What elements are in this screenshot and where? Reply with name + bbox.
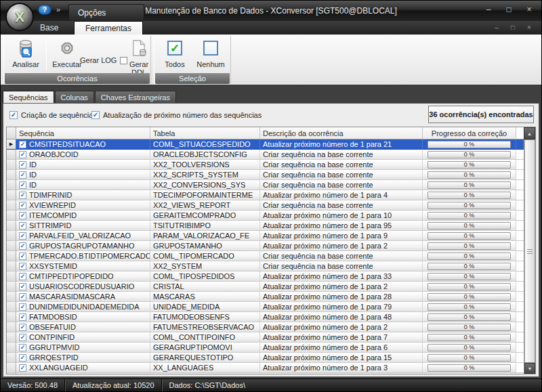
table-row[interactable]: ✓ ORAOBJCOID ORACLEOBJECTSCONFIG Criar s… [7, 150, 524, 160]
atualizacao-checkbox[interactable]: ✓ [91, 111, 100, 119]
scrollbar-thumb[interactable] [524, 139, 535, 363]
tabela-cell[interactable]: GRUPOSTAMANHO [150, 241, 260, 251]
minimize-button[interactable]: – [483, 5, 494, 14]
sequencia-cell[interactable]: ✓ XVIEWSCRID [16, 373, 150, 374]
tabela-cell[interactable]: XX2_CONVERSIONS_SYS [150, 180, 260, 190]
column-header-tabela[interactable]: Tabela [150, 127, 260, 139]
row-selector-cell[interactable] [7, 282, 16, 292]
row-selector-cell[interactable] [7, 302, 16, 312]
descricao-cell[interactable]: Criar sequência na base corrente [260, 373, 423, 374]
sequencia-cell[interactable]: ✓ MASCARASIDMASCARA [16, 292, 150, 302]
occurrences-found-button[interactable]: 36 ocorrência(s) encontradas [428, 106, 534, 123]
sequencia-cell[interactable]: ✓ GRRQESTPID [16, 353, 150, 363]
tabela-cell[interactable]: GERAGRUPTIPOMOVI [150, 343, 260, 353]
sequencia-cell[interactable]: ✓ ID [16, 170, 150, 180]
ribbon-tab[interactable]: Base [29, 21, 69, 35]
descricao-cell[interactable]: Atualizar próximo número de 1 para 2 [260, 241, 423, 251]
descricao-cell[interactable]: Atualizar próximo número de 1 para 10 [260, 211, 423, 221]
tabela-cell[interactable]: XX2_TOOLVERSIONS [150, 160, 260, 170]
tabela-cell[interactable]: XX2_SCRIPTS_SYSTEM [150, 170, 260, 180]
sequencia-cell[interactable]: ✓ DUNIDMEDIDUNIDADEMEDIDA [16, 302, 150, 312]
table-row[interactable]: ✓ TDIMFRINID TDECIMPOFORMAINTERME Atuali… [7, 190, 524, 200]
descricao-cell[interactable]: Atualizar próximo número de 1 para 9 [260, 231, 423, 241]
table-row[interactable]: ✓ XXSYSTEMID XX2_SYSTEM Criar sequência … [7, 261, 524, 271]
descricao-cell[interactable]: Atualizar próximo número de 1 para 7 [260, 332, 423, 343]
tabela-cell[interactable]: GERAITEMCOMPRADO [150, 211, 260, 221]
row-selector-cell[interactable] [7, 241, 16, 251]
row-checkbox[interactable]: ✓ [19, 334, 26, 341]
column-header-sequencia[interactable]: Sequência [16, 127, 150, 139]
tabela-cell[interactable]: UNIDADE_MEDIDA [150, 302, 260, 312]
descricao-cell[interactable]: Atualizar próximo número de 1 para 48 [260, 312, 423, 322]
tabela-cell[interactable]: COML_CONTTIPOINFO [150, 332, 260, 343]
tabela-cell[interactable]: COML_SITUACOESPEDIDO [150, 139, 260, 150]
row-checkbox[interactable]: ✓ [19, 141, 26, 148]
descricao-cell[interactable]: Atualizar próximo número de 1 para 4 [260, 190, 423, 200]
table-row[interactable]: ✓ ITEMCOMPID GERAITEMCOMPRADO Atualizar … [7, 211, 524, 221]
row-checkbox[interactable]: ✓ [19, 192, 26, 199]
descricao-cell[interactable]: Criar sequência na base corrente [260, 200, 423, 211]
descricao-cell[interactable]: Atualizar próximo número de 1 para 33 [260, 271, 423, 282]
table-row[interactable]: ✓ XVIEWREPID XX2_VIEWS_REPORT Criar sequ… [7, 200, 524, 211]
table-row[interactable]: ✓ XXLANGUAGEID XX_LANGUAGES Atualizar pr… [7, 363, 524, 373]
sequencia-cell[interactable]: ✓ GGRUTPMVID [16, 343, 150, 353]
menu-opcoes[interactable]: Opções [68, 4, 144, 21]
table-row[interactable]: ▶ ✓ CMSITPEDSITUACAO COML_SITUACOESPEDID… [7, 139, 524, 150]
descricao-cell[interactable]: Atualizar próximo número de 1 para 6 [260, 343, 423, 353]
row-selector-cell[interactable] [7, 180, 16, 190]
tabela-cell[interactable]: XX2_VIEWS_SCRIPTS [150, 373, 260, 374]
tabela-cell[interactable]: CRISTAL [150, 282, 260, 292]
row-checkbox[interactable]: ✓ [19, 273, 26, 280]
descricao-cell[interactable]: Atualizar próximo número de 1 para 21 [260, 139, 423, 150]
page-tab[interactable]: Chaves Estrangeiras [95, 91, 176, 103]
row-selector-cell[interactable] [7, 312, 16, 322]
descricao-cell[interactable]: Criar sequência na base corrente [260, 251, 423, 261]
sequencia-cell[interactable]: ✓ XVIEWREPID [16, 200, 150, 211]
row-selector-cell[interactable] [7, 150, 16, 160]
row-checkbox[interactable]: ✓ [19, 293, 26, 301]
row-selector-cell[interactable] [7, 363, 16, 373]
table-row[interactable]: ✓ OBSEFATUID FATUMESTREOBSERVACAO Atuali… [7, 322, 524, 332]
tabela-cell[interactable]: FATUMESTREOBSERVACAO [150, 322, 260, 332]
row-selector-cell[interactable] [7, 160, 16, 170]
sequencia-cell[interactable]: ✓ XXLANGUAGEID [16, 363, 150, 373]
row-checkbox[interactable]: ✓ [19, 222, 26, 230]
sequencia-cell[interactable]: ✓ TDIMFRINID [16, 190, 150, 200]
tabela-cell[interactable]: COML_TIPOSPEDIDOS [150, 271, 260, 282]
tabela-cell[interactable]: PARAM_VALORIZACAO_FE [150, 231, 260, 241]
table-row[interactable]: ✓ XVIEWSCRID XX2_VIEWS_SCRIPTS Criar seq… [7, 373, 524, 374]
descricao-cell[interactable]: Atualizar próximo número de 1 para 3 [260, 363, 423, 373]
tabela-cell[interactable]: XX_LANGUAGES [150, 363, 260, 373]
sequencia-cell[interactable]: ✓ ITEMCOMPID [16, 211, 150, 221]
descricao-cell[interactable]: Atualizar próximo número de 1 para 2 [260, 322, 423, 332]
sequencia-cell[interactable]: ✓ CMTIPPEDTIPOPEDIDO [16, 271, 150, 282]
table-row[interactable]: ✓ CONTPINFID COML_CONTTIPOINFO Atualizar… [7, 332, 524, 343]
row-checkbox[interactable]: ✓ [19, 171, 26, 179]
row-selector-cell[interactable] [7, 292, 16, 302]
column-header-descricao[interactable]: Descrição da ocorrência [260, 127, 423, 139]
mdi-minimize-button[interactable]: – [493, 24, 501, 31]
row-checkbox[interactable]: ✓ [19, 364, 26, 372]
row-selector-cell[interactable] [7, 332, 16, 343]
vertical-scrollbar[interactable]: ▼ [524, 139, 535, 374]
row-selector-cell[interactable] [7, 343, 16, 353]
table-row[interactable]: ✓ FATMDOBSID FATUMODEOBSENFS Atualizar p… [7, 312, 524, 322]
row-checkbox[interactable]: ✓ [19, 202, 26, 209]
table-row[interactable]: ✓ TPMERCADO.BTIDTIPOMERCADO COML_TIPOMER… [7, 251, 524, 261]
row-checkbox[interactable]: ✓ [19, 151, 26, 158]
table-row[interactable]: ✓ GGRUTPMVID GERAGRUPTIPOMOVI Atualizar … [7, 343, 524, 353]
sequencia-cell[interactable]: ✓ FATMDOBSID [16, 312, 150, 322]
sequencia-cell[interactable]: ✓ SITTRIMPID [16, 221, 150, 231]
row-checkbox[interactable]: ✓ [19, 324, 26, 331]
row-checkbox[interactable]: ✓ [19, 263, 26, 270]
gerar-log-checkbox[interactable] [120, 57, 127, 64]
row-selector-cell[interactable] [7, 190, 16, 200]
row-selector-cell[interactable] [7, 200, 16, 211]
table-row[interactable]: ✓ DUNIDMEDIDUNIDADEMEDIDA UNIDADE_MEDIDA… [7, 302, 524, 312]
mdi-close-button[interactable]: × [525, 24, 533, 31]
table-row[interactable]: ✓ USUARIOSCODREDUSUARIO CRISTAL Atualiza… [7, 282, 524, 292]
tabela-cell[interactable]: XX2_VIEWS_REPORT [150, 200, 260, 211]
row-checkbox[interactable]: ✓ [19, 242, 26, 250]
descricao-cell[interactable]: Criar sequência na base corrente [260, 261, 423, 271]
descricao-cell[interactable]: Atualizar próximo número de 1 para 95 [260, 221, 423, 231]
